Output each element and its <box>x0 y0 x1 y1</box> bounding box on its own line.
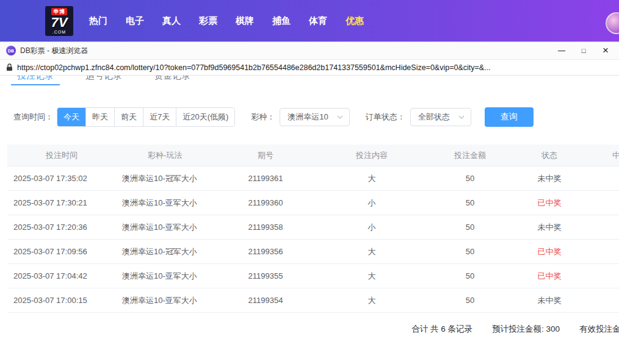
order-status-value: 全部状态 <box>418 112 450 123</box>
content-cell: 小 <box>317 198 426 209</box>
content-cell: 小 <box>317 222 426 233</box>
lottery-select-value: 澳洲幸运10 <box>288 112 328 123</box>
time-filter-label: 查询时间： <box>13 112 53 123</box>
bet-time-cell: 2025-03-07 17:35:02 <box>7 174 116 183</box>
header-game: 彩种-玩法 <box>116 150 214 161</box>
nav-item-electronic[interactable]: 电子 <box>126 15 144 27</box>
amount-cell: 50 <box>426 223 514 232</box>
lottery-select[interactable]: 澳洲幸运10 <box>280 108 349 126</box>
issue-cell: 21199354 <box>214 296 317 305</box>
status-cell: 已中奖 <box>514 198 585 209</box>
amount-cell: 50 <box>426 198 514 207</box>
game-cell: 澳洲幸运10-冠军大小 <box>116 173 214 184</box>
nav-item-hot[interactable]: 热门 <box>89 15 107 27</box>
tab-chase-records[interactable]: 追号记录 <box>79 76 128 85</box>
header-amount: 投注金额 <box>426 150 514 161</box>
nav-item-fishing[interactable]: 捕鱼 <box>272 15 291 27</box>
time-filter-last20days[interactable]: 近20天(低频) <box>176 108 234 126</box>
content-cell: 大 <box>317 271 426 282</box>
window-controls: — □ × <box>551 42 617 59</box>
bet-time-cell: 2025-03-07 17:20:36 <box>7 223 116 232</box>
time-filter-day-before[interactable]: 前天 <box>115 108 143 126</box>
site-logo[interactable]: 申博 7V .COM <box>45 6 73 36</box>
content-cell: 大 <box>317 295 426 306</box>
time-filter-today[interactable]: 今天 <box>57 108 86 126</box>
nav-item-lottery[interactable]: 彩票 <box>199 15 217 27</box>
time-filter-last7days[interactable]: 近7天 <box>143 108 176 126</box>
top-nav: 申博 7V .COM 热门 电子 真人 彩票 棋牌 捕鱼 体育 优惠 <box>0 0 619 41</box>
logo-badge: 申博 <box>51 8 67 15</box>
issue-cell: 21199358 <box>214 223 317 232</box>
tab-bet-records[interactable]: 投注记录 <box>11 76 60 85</box>
status-cell: 已中奖 <box>514 271 585 282</box>
issue-cell: 21199361 <box>214 174 317 183</box>
filter-bar: 查询时间： 今天 昨天 前天 近7天 近20天(低频) 彩种： 澳洲幸运10 订… <box>13 107 619 127</box>
user-avatar[interactable] <box>606 12 619 34</box>
amount-cell: 50 <box>426 247 514 256</box>
issue-cell: 21199360 <box>214 198 317 207</box>
time-filter-yesterday[interactable]: 昨天 <box>86 108 115 126</box>
game-cell: 澳洲幸运10-冠军大小 <box>116 246 214 257</box>
browser-window: DB DB彩票 - 极速浏览器 — □ × https://ctop02pchw… <box>0 41 619 364</box>
header-content: 投注内容 <box>317 150 426 161</box>
close-button[interactable]: × <box>595 42 617 59</box>
status-cell: 已中奖 <box>514 246 585 257</box>
summary-total: 合计 共 6 条记录 <box>411 324 472 335</box>
summary-valid-amount: 有效投注金额 <box>579 324 619 335</box>
bet-records-table: 投注时间 彩种-玩法 期号 投注内容 投注金额 状态 中 2025-03-07 … <box>7 145 619 313</box>
search-button[interactable]: 查询 <box>485 107 534 127</box>
game-cell: 澳洲幸运10-亚军大小 <box>116 295 214 306</box>
table-row: 2025-03-07 17:35:02 澳洲幸运10-冠军大小 21199361… <box>7 166 619 191</box>
window-title: DB彩票 - 极速浏览器 <box>20 46 88 56</box>
nav-item-chess[interactable]: 棋牌 <box>236 15 254 27</box>
header-status: 状态 <box>514 150 585 161</box>
content-cell: 大 <box>317 173 426 184</box>
table-row: 2025-03-07 17:20:36 澳洲幸运10-亚军大小 21199358… <box>7 215 619 240</box>
nav-item-promo[interactable]: 优惠 <box>346 15 364 27</box>
amount-cell: 50 <box>426 271 514 280</box>
nav-item-sports[interactable]: 体育 <box>309 15 327 27</box>
status-cell: 未中奖 <box>514 173 585 184</box>
chevron-down-icon <box>458 115 465 119</box>
game-cell: 澳洲幸运10-亚军大小 <box>116 222 214 233</box>
summary-expected-amount: 预计投注金额: 300 <box>492 324 560 335</box>
logo-subtext: .COM <box>52 30 66 35</box>
amount-cell: 50 <box>426 296 514 305</box>
amount-cell: 50 <box>426 174 514 183</box>
lock-icon <box>6 63 13 71</box>
header-prize: 中 <box>585 150 619 161</box>
nav-item-live[interactable]: 真人 <box>162 15 181 27</box>
tab-fund-records[interactable]: 资金记录 <box>148 76 197 85</box>
order-status-select[interactable]: 全部状态 <box>410 108 471 126</box>
summary-bar: 合计 共 6 条记录 预计投注金额: 300 有效投注金额 <box>0 321 619 338</box>
table-row: 2025-03-07 17:09:56 澳洲幸运10-冠军大小 21199356… <box>7 240 619 264</box>
header-issue: 期号 <box>214 150 317 161</box>
table-row: 2025-03-07 17:04:42 澳洲幸运10-亚军大小 21199355… <box>7 264 619 288</box>
table-row: 2025-03-07 17:30:21 澳洲幸运10-亚军大小 21199360… <box>7 191 619 215</box>
status-cell: 未中奖 <box>514 295 585 306</box>
record-tabs: 投注记录 追号记录 资金记录 <box>0 76 619 85</box>
bet-time-cell: 2025-03-07 17:00:15 <box>7 296 116 305</box>
db-app-icon: DB <box>6 46 16 55</box>
main-nav: 热门 电子 真人 彩票 棋牌 捕鱼 体育 优惠 <box>89 15 364 27</box>
status-cell: 未中奖 <box>514 222 585 233</box>
bet-time-cell: 2025-03-07 17:09:56 <box>7 247 116 256</box>
maximize-button[interactable]: □ <box>573 42 595 59</box>
issue-cell: 21199356 <box>214 247 317 256</box>
window-titlebar[interactable]: DB DB彩票 - 极速浏览器 — □ × <box>0 42 619 59</box>
logo-text: 7V <box>51 15 68 30</box>
header-bet-time: 投注时间 <box>7 150 116 161</box>
lottery-filter-label: 彩种： <box>251 112 275 123</box>
bet-time-cell: 2025-03-07 17:04:42 <box>7 271 116 280</box>
content-cell: 大 <box>317 246 426 257</box>
url-text: https://ctop02pchwp1.zfnc84.com/lottery/… <box>17 63 491 72</box>
time-filter-group: 今天 昨天 前天 近7天 近20天(低频) <box>57 107 235 127</box>
bet-time-cell: 2025-03-07 17:30:21 <box>7 198 116 207</box>
chevron-down-icon <box>337 115 343 119</box>
game-cell: 澳洲幸运10-亚军大小 <box>116 271 214 282</box>
minimize-button[interactable]: — <box>551 42 573 59</box>
order-status-label: 订单状态： <box>366 112 405 123</box>
game-cell: 澳洲幸运10-亚军大小 <box>116 198 214 209</box>
address-bar[interactable]: https://ctop02pchwp1.zfnc84.com/lottery/… <box>0 59 619 76</box>
table-header: 投注时间 彩种-玩法 期号 投注内容 投注金额 状态 中 <box>7 145 619 166</box>
